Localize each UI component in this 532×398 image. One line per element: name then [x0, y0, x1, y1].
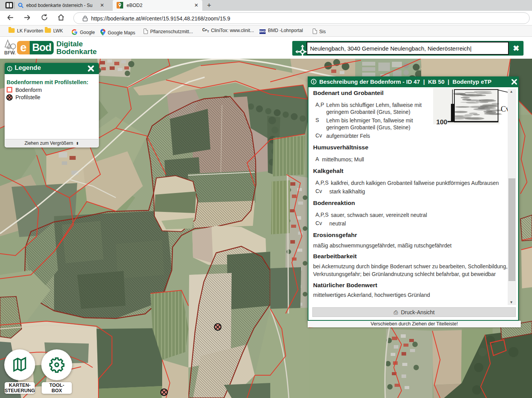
svg-text:BFW.: BFW.: [4, 50, 16, 56]
svg-text:100: 100: [436, 119, 447, 126]
